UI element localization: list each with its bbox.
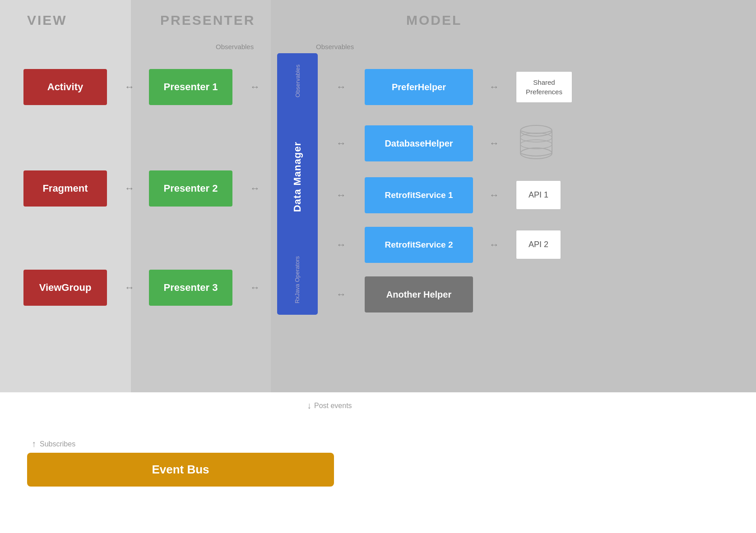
database-helper-box: DatabaseHelper: [365, 125, 473, 161]
data-manager-top: Observables: [294, 64, 301, 97]
post-events-container: ↓ Post events: [307, 400, 352, 411]
viewgroup-box: ViewGroup: [23, 270, 107, 306]
arrow-view-presenter-3: ↔: [109, 270, 150, 306]
another-helper-box: Another Helper: [365, 276, 473, 312]
view-title: VIEW: [27, 13, 67, 28]
presenter-title: PRESENTER: [160, 13, 255, 28]
data-manager-label: Data Manager: [292, 142, 303, 212]
presenter2-box: Presenter 2: [149, 170, 232, 207]
main-container: VIEW PRESENTER MODEL Observables Observa…: [0, 0, 756, 533]
api1-box: API 1: [516, 180, 561, 210]
model-title: MODEL: [406, 13, 462, 28]
bottom-area: ↓ Post events ↑ Subscribes Event Bus: [0, 392, 756, 533]
data-manager-bottom: RxJava Operators: [293, 256, 301, 303]
fragment-box: Fragment: [23, 170, 107, 207]
arrow-presenter-dm-2: ↔: [232, 170, 278, 207]
post-events-label: Post events: [314, 402, 352, 410]
arrow-db-external: ↔: [474, 125, 515, 161]
arrow-retrofit1-external: ↔: [474, 177, 515, 213]
subscribes-label: Subscribes: [40, 440, 75, 448]
arrow-presenter-dm-1: ↔: [232, 69, 278, 105]
arrow-dm-model-3: ↔: [319, 177, 364, 213]
prefer-helper-box: PreferHelper: [365, 69, 473, 105]
event-bus-wrapper: ↑ Subscribes Event Bus: [27, 439, 334, 487]
subscribes-row: ↑ Subscribes: [27, 439, 75, 449]
retrofit-service-2-box: RetrofitService 2: [365, 227, 473, 263]
arrow-dm-model-2: ↔: [319, 125, 364, 161]
arrow-retrofit2-external: ↔: [474, 227, 515, 263]
presenter3-box: Presenter 3: [149, 270, 232, 306]
diagram-area: VIEW PRESENTER MODEL Observables Observa…: [0, 0, 756, 392]
arrow-dm-model-5: ↔: [319, 276, 364, 312]
database-cylinder: [516, 122, 557, 164]
event-bus-label: Event Bus: [152, 463, 209, 477]
arrow-dm-model-1: ↔: [319, 69, 364, 105]
observables-left-label: Observables: [216, 43, 254, 51]
svg-point-4: [520, 133, 552, 142]
arrow-prefer-external: ↔: [474, 69, 515, 105]
post-events-arrow-icon: ↓: [307, 400, 311, 411]
svg-point-1: [520, 148, 552, 159]
shared-preferences-box: SharedPreferences: [516, 71, 572, 103]
api2-box: API 2: [516, 230, 561, 259]
observables-right-label: Observables: [316, 43, 354, 51]
arrow-view-presenter-2: ↔: [109, 170, 150, 207]
arrow-dm-model-4: ↔: [319, 227, 364, 263]
event-bus-button[interactable]: Event Bus: [27, 453, 334, 487]
arrow-view-presenter-1: ↔: [109, 69, 150, 105]
subscribes-arrow-icon: ↑: [32, 439, 36, 449]
data-manager-block: Observables Data Manager RxJava Operator…: [277, 53, 318, 315]
activity-box: Activity: [23, 69, 107, 105]
presenter1-box: Presenter 1: [149, 69, 232, 105]
arrow-presenter-dm-3: ↔: [232, 270, 278, 306]
retrofit-service-1-box: RetrofitService 1: [365, 177, 473, 213]
